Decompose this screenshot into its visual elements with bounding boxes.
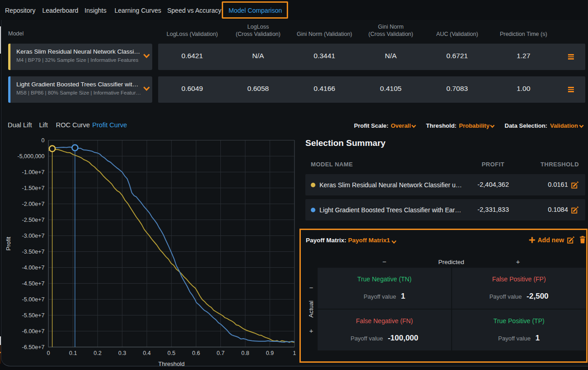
svg-text:1: 1	[293, 350, 296, 356]
svg-text:-2.50e+7: -2.50e+7	[22, 217, 45, 223]
svg-text:-4.50e+7: -4.50e+7	[22, 280, 45, 287]
svg-text:0.8: 0.8	[241, 350, 249, 356]
svg-text:-5.00e+7: -5.00e+7	[22, 296, 45, 303]
svg-text:-1.00e+7: -1.00e+7	[22, 169, 45, 175]
svg-text:-5.50e+7: -5.50e+7	[22, 312, 45, 319]
svg-text:Profit: Profit	[5, 236, 12, 250]
svg-text:-3.50e+7: -3.50e+7	[22, 249, 45, 255]
svg-text:0.6: 0.6	[192, 350, 200, 356]
svg-text:-6.50e+7: -6.50e+7	[22, 344, 45, 350]
svg-text:0.3: 0.3	[118, 350, 126, 356]
svg-text:-5,000,000: -5,000,000	[17, 153, 45, 160]
svg-text:0.9: 0.9	[266, 350, 274, 356]
svg-text:0.2: 0.2	[94, 350, 101, 356]
svg-text:0.1: 0.1	[69, 350, 77, 356]
svg-text:-2.00e+7: -2.00e+7	[22, 201, 45, 207]
svg-text:Threshold: Threshold	[158, 360, 184, 367]
svg-text:-3.00e+7: -3.00e+7	[22, 233, 45, 239]
svg-text:0.5: 0.5	[168, 350, 175, 356]
svg-text:0: 0	[41, 137, 45, 144]
svg-text:0: 0	[47, 350, 50, 356]
svg-text:-4.00e+7: -4.00e+7	[22, 265, 45, 271]
svg-text:0.4: 0.4	[143, 350, 150, 356]
svg-text:-1.50e+7: -1.50e+7	[22, 185, 45, 191]
svg-text:0.7: 0.7	[217, 350, 224, 356]
svg-text:-6.00e+7: -6.00e+7	[22, 328, 45, 335]
